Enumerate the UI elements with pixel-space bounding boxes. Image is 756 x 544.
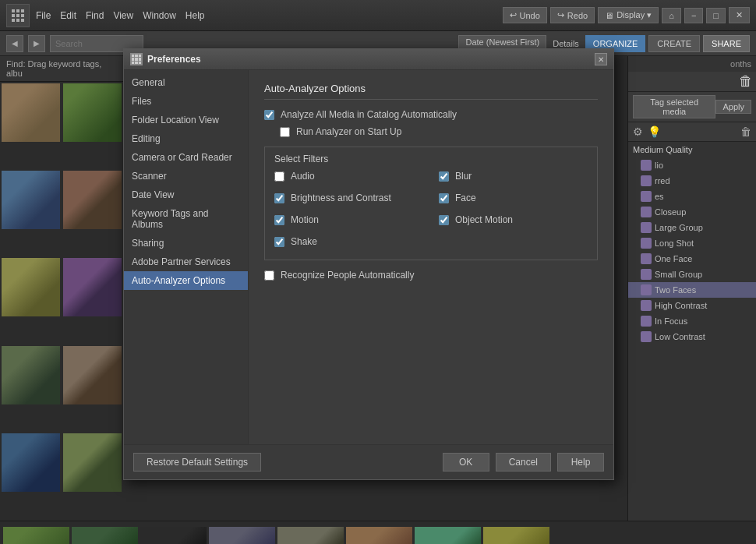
forward-button[interactable]: ▶ xyxy=(28,35,45,52)
shake-checkbox[interactable] xyxy=(274,237,284,247)
list-item[interactable]: es xyxy=(628,189,756,204)
blur-filter-row: Blur xyxy=(439,171,588,182)
sidebar-item-auto-analyzer[interactable]: Auto-Analyzer Options xyxy=(124,271,248,290)
details-button[interactable]: Details xyxy=(549,39,582,48)
apply-button[interactable]: Apply xyxy=(715,100,751,114)
sidebar-item-date-view[interactable]: Date View xyxy=(124,185,248,204)
list-item[interactable]: Closeup xyxy=(628,204,756,220)
panel-icon-2[interactable]: 💡 xyxy=(648,125,661,138)
list-item[interactable]: Large Group xyxy=(628,220,756,235)
menu-help[interactable]: Help xyxy=(185,10,205,21)
svg-rect-4 xyxy=(16,14,19,17)
undo-button[interactable]: ↩ Undo xyxy=(503,7,547,23)
svg-rect-0 xyxy=(12,9,15,12)
sidebar-item-folder-location[interactable]: Folder Location View xyxy=(124,111,248,129)
menu-file[interactable]: File xyxy=(36,10,51,21)
face-checkbox[interactable] xyxy=(439,193,449,203)
photo-thumb[interactable] xyxy=(63,346,122,404)
strip-thumb[interactable] xyxy=(140,527,207,544)
audio-label: Audio xyxy=(291,171,315,182)
photo-thumb[interactable] xyxy=(63,83,122,142)
restore-defaults-button[interactable]: Restore Default Settings xyxy=(133,453,261,472)
cancel-button[interactable]: Cancel xyxy=(496,453,551,472)
motion-label: Motion xyxy=(291,214,319,225)
strip-thumb[interactable] xyxy=(72,527,138,544)
recognize-people-checkbox[interactable] xyxy=(264,270,274,281)
sidebar-item-scanner[interactable]: Scanner xyxy=(124,167,248,185)
panel-trash-icon[interactable]: 🗑 xyxy=(740,125,751,138)
sidebar-item-general[interactable]: General xyxy=(124,73,248,92)
strip-thumb[interactable] xyxy=(3,527,69,544)
help-button[interactable]: Help xyxy=(557,453,604,472)
photo-thumb[interactable] xyxy=(63,171,122,229)
list-item-two-faces[interactable]: Two Faces xyxy=(628,282,756,298)
list-item[interactable]: lio xyxy=(628,157,756,173)
strip-thumb[interactable] xyxy=(415,527,481,544)
list-item-low-contrast[interactable]: Low Contrast xyxy=(628,329,756,344)
sidebar-item-files[interactable]: Files xyxy=(124,92,248,111)
display-button[interactable]: 🖥 Display ▾ xyxy=(598,7,659,23)
shake-label: Shake xyxy=(291,236,317,247)
photo-thumb[interactable] xyxy=(63,433,122,492)
ok-button[interactable]: OK xyxy=(443,453,489,472)
sidebar-item-sharing[interactable]: Sharing xyxy=(124,234,248,253)
home-button[interactable]: ⌂ xyxy=(662,8,681,23)
list-item-icon xyxy=(641,269,652,280)
share-button[interactable]: SHARE xyxy=(703,35,750,52)
trash-icon[interactable]: 🗑 xyxy=(739,73,753,90)
list-item[interactable]: Long Shot xyxy=(628,235,756,251)
face-label: Face xyxy=(455,193,476,203)
analyze-all-row: Analyze All Media in Catalog Automatical… xyxy=(264,109,598,120)
list-item-icon xyxy=(641,300,652,311)
menu-bar: File Edit Find View Window Help xyxy=(36,10,205,21)
minimize-button[interactable]: − xyxy=(684,8,703,23)
photo-thumb[interactable] xyxy=(2,83,60,142)
redo-button[interactable]: ↪ Redo xyxy=(550,7,595,23)
photo-thumb[interactable] xyxy=(2,346,60,404)
back-button[interactable]: ◀ xyxy=(6,35,23,52)
audio-filter-row: Audio xyxy=(274,171,423,182)
photo-thumb[interactable] xyxy=(2,258,60,316)
menu-find[interactable]: Find xyxy=(86,10,104,21)
brightness-label: Brightness and Contrast xyxy=(291,193,391,203)
list-item[interactable]: High Contrast xyxy=(628,298,756,313)
maximize-button[interactable]: □ xyxy=(706,8,726,23)
panel-icon-1[interactable]: ⚙ xyxy=(633,125,643,138)
create-button[interactable]: CREATE xyxy=(648,35,700,52)
strip-thumb[interactable] xyxy=(277,527,344,544)
filters-group: Select Filters Audio Blur Br xyxy=(264,147,598,260)
tag-selected-button[interactable]: Tag selected media xyxy=(633,95,715,118)
brightness-checkbox[interactable] xyxy=(274,193,284,203)
close-button[interactable]: ✕ xyxy=(729,7,750,23)
list-item[interactable]: rred xyxy=(628,173,756,189)
menu-edit[interactable]: Edit xyxy=(60,10,76,21)
list-item[interactable]: Small Group xyxy=(628,267,756,282)
list-item[interactable]: One Face xyxy=(628,251,756,267)
right-panel: onths 🗑 Tag selected media Apply ⚙ 💡 🗑 M… xyxy=(627,56,756,521)
recognize-people-row: Recognize People Automatically xyxy=(264,270,598,281)
sidebar-item-adobe-partner[interactable]: Adobe Partner Services xyxy=(124,253,248,271)
strip-thumb[interactable] xyxy=(346,527,412,544)
photo-thumb[interactable] xyxy=(2,433,60,492)
list-item-icon xyxy=(641,175,652,186)
strip-thumb[interactable] xyxy=(209,527,275,544)
photo-thumb[interactable] xyxy=(2,171,60,229)
run-analyzer-checkbox[interactable] xyxy=(280,127,290,137)
object-motion-label: Object Motion xyxy=(455,214,513,225)
strip-thumb[interactable] xyxy=(483,527,549,544)
menu-view[interactable]: View xyxy=(113,10,133,21)
photo-thumb[interactable] xyxy=(63,258,122,316)
analyze-all-checkbox[interactable] xyxy=(264,110,274,120)
sidebar-item-keyword-tags[interactable]: Keyword Tags and Albums xyxy=(124,204,248,234)
menu-window[interactable]: Window xyxy=(143,10,176,21)
motion-checkbox[interactable] xyxy=(274,215,284,225)
sidebar-item-camera[interactable]: Camera or Card Reader xyxy=(124,148,248,167)
bottom-filmstrip xyxy=(0,521,756,544)
audio-checkbox[interactable] xyxy=(274,171,284,182)
list-item[interactable]: In Focus xyxy=(628,313,756,329)
object-motion-checkbox[interactable] xyxy=(439,215,449,225)
sidebar-item-editing[interactable]: Editing xyxy=(124,129,248,148)
blur-checkbox[interactable] xyxy=(439,171,449,182)
svg-rect-1 xyxy=(16,9,19,12)
dialog-close-button[interactable]: ✕ xyxy=(595,53,607,65)
